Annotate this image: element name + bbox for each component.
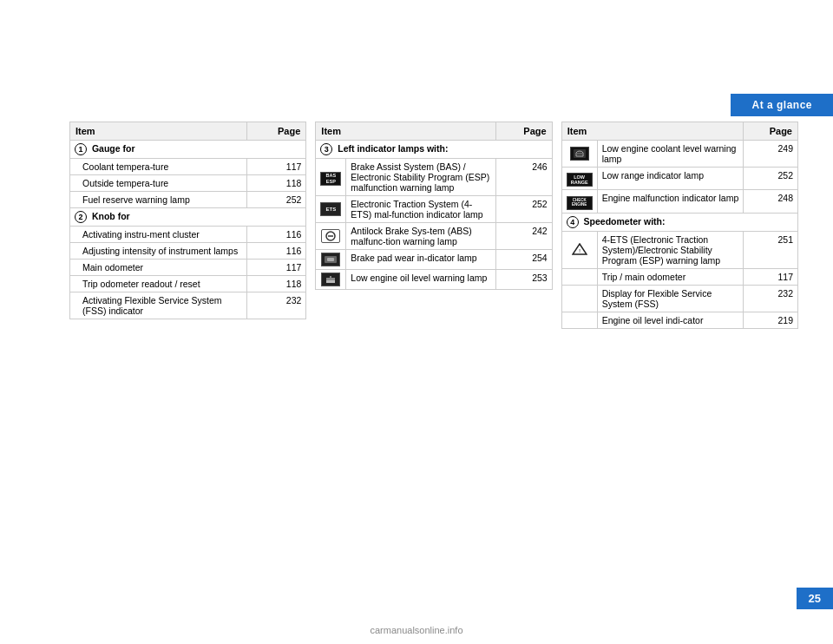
bas-esp-icon: BASESP bbox=[320, 172, 341, 186]
ets-icon: ETS bbox=[320, 202, 341, 216]
icon-cell bbox=[316, 270, 346, 290]
icon-cell: ! bbox=[561, 231, 597, 268]
row-item: Activating instru-ment cluster bbox=[70, 227, 247, 243]
row-item: Main odometer bbox=[70, 260, 247, 276]
icon-cell: BASESP bbox=[316, 159, 346, 196]
row-page: 219 bbox=[744, 312, 798, 328]
row-item: Outside tempera-ture bbox=[70, 175, 247, 192]
table-row: Outside tempera-ture 118 bbox=[70, 175, 306, 192]
svg-text:!: ! bbox=[579, 248, 580, 253]
page-number: 25 bbox=[797, 588, 833, 609]
row-page: 252 bbox=[496, 196, 552, 223]
section-label: 3 Left indicator lamps with: bbox=[316, 141, 552, 159]
table-1: Item Page 1 Gauge for Coolant tempera-tu… bbox=[69, 122, 306, 329]
section-label: 4 Speedometer with: bbox=[561, 213, 797, 231]
main-content: Item Page 1 Gauge for Coolant tempera-tu… bbox=[69, 122, 798, 329]
row-page: 249 bbox=[744, 141, 798, 168]
table-row: ! 4-ETS (Electronic Traction System)/Ele… bbox=[561, 231, 797, 268]
icon-cell: CHECKENGINE bbox=[561, 190, 597, 214]
table3-header-page: Page bbox=[744, 122, 798, 141]
table-row: Low engine oil level warning lamp 253 bbox=[316, 270, 552, 290]
coolant-icon bbox=[570, 147, 589, 161]
row-item: Activating Flexible Service System (FSS)… bbox=[70, 292, 247, 319]
table2-header-item: Item bbox=[316, 122, 496, 141]
row-item: Adjusting intensity of instrument lamps bbox=[70, 243, 247, 260]
icon-cell bbox=[561, 141, 597, 168]
row-item: Antilock Brake Sys-tem (ABS) malfunc-tio… bbox=[346, 223, 496, 250]
section-label: 2 Knob for bbox=[70, 208, 306, 227]
table-row: Fuel reserve warning lamp 252 bbox=[70, 192, 306, 208]
table-row: Coolant tempera-ture 117 bbox=[70, 159, 306, 175]
row-item: Low range indicator lamp bbox=[597, 168, 744, 190]
row-page: 118 bbox=[247, 276, 306, 292]
row-page: 117 bbox=[744, 268, 798, 285]
row-page: 242 bbox=[496, 223, 552, 250]
icon-cell bbox=[561, 268, 597, 285]
table-row: Antilock Brake Sys-tem (ABS) malfunc-tio… bbox=[316, 223, 552, 250]
section-num: 1 bbox=[75, 143, 87, 155]
icon-cell: LOWRANGE bbox=[561, 168, 597, 190]
section-num: 2 bbox=[75, 211, 87, 223]
table-row: Activating instru-ment cluster 116 bbox=[70, 227, 306, 243]
section-num: 3 bbox=[320, 143, 332, 155]
table-row: 4 Speedometer with: bbox=[561, 213, 797, 231]
svg-rect-4 bbox=[326, 280, 335, 283]
row-item: Trip / main odometer bbox=[597, 268, 744, 285]
section-banner: At a glance bbox=[731, 94, 833, 116]
table-row: BASESP Brake Assist System (BAS) / Elect… bbox=[316, 159, 552, 196]
table1-header-page: Page bbox=[247, 122, 306, 141]
row-item: Engine malfunction indicator lamp bbox=[597, 190, 744, 214]
row-page: 253 bbox=[496, 270, 552, 290]
table2-header-page: Page bbox=[496, 122, 552, 141]
row-page: 251 bbox=[744, 231, 798, 268]
row-item: 4-ETS (Electronic Traction System)/Elect… bbox=[597, 231, 744, 268]
svg-rect-3 bbox=[327, 258, 334, 261]
row-page: 232 bbox=[744, 285, 798, 312]
row-item: Fuel reserve warning lamp bbox=[70, 192, 247, 208]
table-row: Low engine coolant level warning lamp 24… bbox=[561, 141, 797, 168]
table-row: 3 Left indicator lamps with: bbox=[316, 141, 552, 159]
table-row: Adjusting intensity of instrument lamps … bbox=[70, 243, 306, 260]
icon-cell bbox=[561, 285, 597, 312]
table-row: 1 Gauge for bbox=[70, 141, 306, 159]
table-row: Brake pad wear in-dicator lamp 254 bbox=[316, 250, 552, 270]
row-item: Electronic Traction System (4-ETS) mal-f… bbox=[346, 196, 496, 223]
icon-cell bbox=[316, 223, 346, 250]
section-title: Gauge for bbox=[92, 143, 135, 154]
icon-cell bbox=[316, 250, 346, 270]
table-row: Main odometer 117 bbox=[70, 260, 306, 276]
table-row: LOWRANGE Low range indicator lamp 252 bbox=[561, 168, 797, 190]
row-item: Trip odometer readout / reset bbox=[70, 276, 247, 292]
table-row: Trip odometer readout / reset 118 bbox=[70, 276, 306, 292]
row-page: 117 bbox=[247, 260, 306, 276]
row-item: Engine oil level indi-cator bbox=[597, 312, 744, 328]
table-row: 2 Knob for bbox=[70, 208, 306, 227]
check-engine-icon: CHECKENGINE bbox=[567, 196, 593, 210]
4ets-icon: ! bbox=[570, 242, 589, 256]
table-row: Engine oil level indi-cator 219 bbox=[561, 312, 797, 328]
low-range-icon: LOWRANGE bbox=[567, 173, 593, 187]
table3-header-item: Item bbox=[561, 122, 744, 141]
icon-cell: ETS bbox=[316, 196, 346, 223]
row-item: Brake Assist System (BAS) / Electronic S… bbox=[346, 159, 496, 196]
section-title: Knob for bbox=[92, 211, 130, 221]
row-page: 248 bbox=[744, 190, 798, 214]
watermark: carmanualsonline.info bbox=[370, 625, 462, 635]
table-2: Item Page 3 Left indicator lamps with: bbox=[315, 122, 552, 329]
table-row: ETS Electronic Traction System (4-ETS) m… bbox=[316, 196, 552, 223]
row-item: Low engine coolant level warning lamp bbox=[597, 141, 744, 168]
row-item: Coolant tempera-ture bbox=[70, 159, 247, 175]
table-row: Trip / main odometer 117 bbox=[561, 268, 797, 285]
row-item: Brake pad wear in-dicator lamp bbox=[346, 250, 496, 270]
row-page: 118 bbox=[247, 175, 306, 192]
row-page: 252 bbox=[744, 168, 798, 190]
brake-pad-icon bbox=[321, 253, 340, 266]
table-3: Item Page bbox=[561, 122, 798, 329]
section-num: 4 bbox=[567, 216, 579, 228]
section-title: Left indicator lamps with: bbox=[338, 143, 448, 154]
row-page: 116 bbox=[247, 243, 306, 260]
row-page: 232 bbox=[247, 292, 306, 319]
table-row: Activating Flexible Service System (FSS)… bbox=[70, 292, 306, 319]
row-page: 117 bbox=[247, 159, 306, 175]
abs-icon bbox=[321, 229, 340, 243]
